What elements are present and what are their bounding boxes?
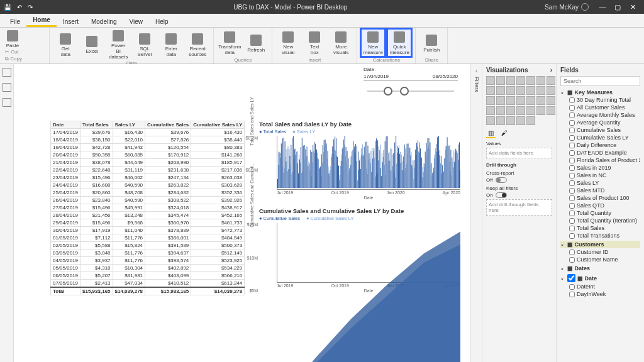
- field-item[interactable]: Sales of Product 100: [560, 194, 640, 202]
- viz-type-icon[interactable]: [526, 106, 535, 115]
- field-table-dates[interactable]: ⌄ ▦ Dates: [560, 265, 640, 272]
- field-item[interactable]: Sales in NC: [560, 172, 640, 179]
- viz-type-icon[interactable]: [536, 86, 545, 95]
- viz-type-icon[interactable]: [486, 106, 495, 115]
- sql-server-button[interactable]: SQLServer: [133, 29, 157, 60]
- user-label[interactable]: Sam McKay: [545, 3, 589, 11]
- recent-sources-button[interactable]: Recentsources: [186, 29, 209, 60]
- field-item[interactable]: DateInt: [560, 283, 640, 290]
- tab-insert[interactable]: Insert: [57, 16, 85, 27]
- table-row[interactable]: 29/04/2019$15,496$9,568$360,970$461,733: [51, 219, 245, 227]
- minimize-button[interactable]: —: [595, 3, 610, 11]
- viz-type-icon[interactable]: [486, 76, 495, 85]
- tab-file[interactable]: File: [4, 16, 26, 27]
- transform-data-button[interactable]: Transformdata: [218, 29, 242, 57]
- viz-type-icon[interactable]: [547, 106, 555, 115]
- viz-type-icon[interactable]: [496, 96, 505, 105]
- chevron-right-icon[interactable]: ›: [550, 67, 552, 74]
- field-item[interactable]: Cumulative Sales: [560, 126, 640, 134]
- publish-button[interactable]: Publish: [419, 29, 443, 57]
- viz-type-icon[interactable]: [496, 76, 505, 85]
- tab-home[interactable]: Home: [26, 14, 57, 27]
- viz-type-icon[interactable]: [486, 116, 495, 125]
- viz-type-icon[interactable]: [526, 96, 535, 105]
- table-row[interactable]: 28/04/2019$21,456$13,248$345,474$452,165: [51, 212, 245, 219]
- excel-button[interactable]: Excel: [80, 29, 104, 60]
- viz-type-icon[interactable]: [506, 96, 515, 105]
- format-tab-icon[interactable]: 🖌: [499, 129, 509, 138]
- table-row[interactable]: 30/04/2019$17,919$11,040$378,889$472,773: [51, 227, 245, 234]
- close-button[interactable]: ✕: [625, 3, 640, 11]
- table-row[interactable]: 22/04/2019$22,648$31,119$231,638$217,036: [51, 167, 245, 174]
- tab-view[interactable]: View: [123, 16, 150, 27]
- field-item[interactable]: 30 Day Running Total: [560, 96, 640, 104]
- report-canvas[interactable]: Date 17/04/2019 08/05/2020 DateTotal Sal…: [14, 64, 470, 362]
- table-row[interactable]: 03/05/2019$3,048$11,776$394,637$512,149: [51, 250, 245, 257]
- table-row[interactable]: 27/04/2019$15,496$45,991$324,018$438,917: [51, 204, 245, 212]
- fields-tab-icon[interactable]: ▥: [486, 129, 496, 138]
- slicer-from[interactable]: 17/04/2019: [364, 74, 389, 79]
- power-bi-datasets-button[interactable]: PowerBI datasets: [106, 29, 130, 60]
- field-item[interactable]: Total Quantity (Iteration): [560, 217, 640, 224]
- viz-type-icon[interactable]: [536, 96, 545, 105]
- text-box-button[interactable]: Textbox: [303, 29, 326, 57]
- keep-filters-toggle[interactable]: On: [486, 192, 552, 198]
- viz-type-icon[interactable]: [547, 86, 555, 95]
- table-row[interactable]: 06/05/2019$5,207$31,981$408,099$566,210: [51, 272, 245, 280]
- fields-search-input[interactable]: [560, 76, 640, 86]
- field-item[interactable]: Cumulative Sales LY: [560, 134, 640, 141]
- field-item[interactable]: Sales QTD: [560, 202, 640, 209]
- viz-type-icon[interactable]: [536, 106, 545, 115]
- viz-type-icon[interactable]: [526, 76, 535, 85]
- viz-type-icon[interactable]: [516, 86, 525, 95]
- table-row[interactable]: 18/04/2019$38,150$22,010$77,826$38,440: [51, 136, 245, 144]
- table-row[interactable]: 20/04/2019$50,358$60,885$170,912$141,268: [51, 151, 245, 159]
- viz-type-icon[interactable]: [506, 76, 515, 85]
- viz-type-icon[interactable]: [496, 106, 505, 115]
- field-item[interactable]: Sales in 2019: [560, 164, 640, 172]
- table-row[interactable]: 04/05/2019$3,937$11,776$398,574$523,925: [51, 257, 245, 265]
- cut-button[interactable]: ✂ Cut: [4, 48, 45, 55]
- field-item[interactable]: Sales LY: [560, 179, 640, 187]
- refresh-button[interactable]: Refresh: [244, 29, 268, 57]
- slicer-to[interactable]: 08/05/2020: [433, 74, 458, 79]
- new-visual-button[interactable]: Newvisual: [276, 29, 300, 57]
- slicer-slider[interactable]: [364, 85, 458, 99]
- report-view-icon[interactable]: [3, 68, 11, 77]
- viz-type-icon[interactable]: [516, 96, 525, 105]
- table-row[interactable]: 24/04/2019$16,688$40,590$263,822$303,628: [51, 182, 245, 189]
- viz-type-icon[interactable]: [516, 106, 525, 115]
- undo-icon[interactable]: ↶: [17, 4, 22, 11]
- save-icon[interactable]: 💾: [4, 4, 11, 11]
- field-item[interactable]: Sales MTD: [560, 187, 640, 194]
- sales-table[interactable]: DateTotal SalesSales LYCumulative SalesC…: [50, 121, 239, 295]
- copy-button[interactable]: ⧉ Copy: [4, 55, 45, 63]
- table-row[interactable]: 07/05/2019$2,413$47,034$410,512$613,244: [51, 280, 245, 288]
- field-item[interactable]: Customer Name: [560, 256, 640, 263]
- tab-modeling[interactable]: Modeling: [85, 16, 123, 27]
- field-table-key-measures[interactable]: ⌄ ▦ Key Measures: [560, 89, 640, 96]
- field-item[interactable]: Average Quantity: [560, 119, 640, 126]
- field-item[interactable]: DayInWeek: [560, 290, 640, 298]
- filters-pane-collapsed[interactable]: ‹ Filters: [470, 64, 482, 362]
- viz-type-icon[interactable]: [547, 76, 555, 85]
- field-item[interactable]: All Customer Sales: [560, 104, 640, 111]
- viz-type-icon[interactable]: [486, 86, 495, 95]
- field-item[interactable]: DATEADD Example: [560, 149, 640, 156]
- date-slicer[interactable]: Date 17/04/2019 08/05/2020: [364, 67, 458, 99]
- cross-report-toggle[interactable]: Off: [486, 177, 552, 183]
- viz-type-icon[interactable]: [506, 116, 515, 125]
- field-item[interactable]: Total Quantity: [560, 209, 640, 217]
- field-item[interactable]: Average Monthly Sales: [560, 111, 640, 119]
- table-row[interactable]: 26/04/2019$23,840$40,590$308,522$392,926: [51, 197, 245, 204]
- field-item[interactable]: Total Sales: [560, 224, 640, 232]
- viz-type-icon[interactable]: [516, 116, 525, 125]
- drill-through-well[interactable]: Add drill-through fields here: [486, 199, 552, 216]
- field-table-customers[interactable]: ⌄ ▦ Customers: [560, 241, 640, 248]
- table-row[interactable]: 17/04/2019$39,676$16,430$39,676$16,430: [51, 129, 245, 136]
- viz-type-icon[interactable]: [506, 106, 515, 115]
- viz-type-icon[interactable]: [496, 116, 505, 125]
- viz-type-icon[interactable]: [526, 86, 535, 95]
- values-well[interactable]: Add data fields here: [486, 148, 552, 158]
- table-row[interactable]: 23/04/2019$15,496$46,002$247,134$263,038: [51, 174, 245, 182]
